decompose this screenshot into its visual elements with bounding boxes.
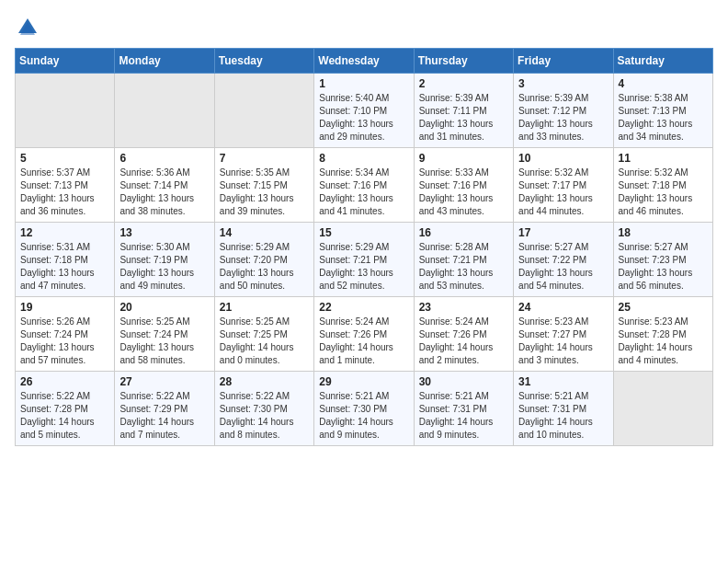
day-number: 24: [518, 301, 608, 314]
day-info: Sunrise: 5:39 AM Sunset: 7:11 PM Dayligh…: [419, 92, 508, 144]
calendar-cell: [115, 74, 214, 148]
day-number: 2: [419, 77, 508, 90]
header-tuesday: Tuesday: [214, 49, 313, 74]
day-number: 4: [619, 77, 708, 90]
header-wednesday: Wednesday: [314, 49, 414, 74]
calendar-cell: 24Sunrise: 5:23 AM Sunset: 7:27 PM Dayli…: [514, 297, 613, 372]
calendar-cell: 11Sunrise: 5:32 AM Sunset: 7:18 PM Dayli…: [613, 148, 712, 223]
calendar-cell: 23Sunrise: 5:24 AM Sunset: 7:26 PM Dayli…: [414, 297, 513, 372]
day-info: Sunrise: 5:26 AM Sunset: 7:24 PM Dayligh…: [20, 316, 109, 367]
day-info: Sunrise: 5:34 AM Sunset: 7:16 PM Dayligh…: [319, 167, 408, 218]
calendar-body: 1Sunrise: 5:40 AM Sunset: 7:10 PM Daylig…: [16, 74, 713, 446]
calendar-cell: 29Sunrise: 5:21 AM Sunset: 7:30 PM Dayli…: [314, 372, 414, 446]
day-info: Sunrise: 5:39 AM Sunset: 7:12 PM Dayligh…: [518, 92, 608, 144]
calendar-cell: 20Sunrise: 5:25 AM Sunset: 7:24 PM Dayli…: [115, 297, 214, 372]
day-info: Sunrise: 5:25 AM Sunset: 7:25 PM Dayligh…: [220, 316, 309, 367]
calendar-header: SundayMondayTuesdayWednesdayThursdayFrid…: [16, 49, 713, 74]
day-info: Sunrise: 5:40 AM Sunset: 7:10 PM Dayligh…: [319, 92, 408, 144]
calendar-cell: 31Sunrise: 5:21 AM Sunset: 7:31 PM Dayli…: [514, 372, 613, 446]
calendar-cell: 3Sunrise: 5:39 AM Sunset: 7:12 PM Daylig…: [514, 74, 613, 148]
logo: [15, 15, 44, 40]
day-number: 3: [518, 77, 608, 90]
day-number: 14: [220, 226, 309, 239]
day-number: 30: [419, 375, 508, 388]
calendar-cell: 7Sunrise: 5:35 AM Sunset: 7:15 PM Daylig…: [214, 148, 313, 223]
day-info: Sunrise: 5:38 AM Sunset: 7:13 PM Dayligh…: [619, 92, 708, 144]
header-sunday: Sunday: [16, 49, 115, 74]
day-info: Sunrise: 5:37 AM Sunset: 7:13 PM Dayligh…: [20, 167, 109, 218]
calendar-cell: 25Sunrise: 5:23 AM Sunset: 7:28 PM Dayli…: [613, 297, 712, 372]
day-info: Sunrise: 5:29 AM Sunset: 7:21 PM Dayligh…: [319, 241, 408, 293]
day-number: 10: [518, 152, 608, 165]
day-info: Sunrise: 5:24 AM Sunset: 7:26 PM Dayligh…: [319, 316, 408, 367]
day-number: 5: [20, 152, 109, 165]
week-row-5: 26Sunrise: 5:22 AM Sunset: 7:28 PM Dayli…: [16, 372, 713, 446]
day-number: 20: [119, 301, 209, 314]
calendar-cell: 18Sunrise: 5:27 AM Sunset: 7:23 PM Dayli…: [613, 223, 712, 297]
day-info: Sunrise: 5:21 AM Sunset: 7:30 PM Dayligh…: [319, 390, 408, 442]
day-info: Sunrise: 5:29 AM Sunset: 7:20 PM Dayligh…: [220, 241, 309, 293]
day-number: 19: [20, 301, 109, 314]
header-saturday: Saturday: [613, 49, 712, 74]
calendar-cell: [214, 74, 313, 148]
day-info: Sunrise: 5:23 AM Sunset: 7:27 PM Dayligh…: [518, 316, 608, 367]
day-number: 13: [119, 226, 209, 239]
day-info: Sunrise: 5:32 AM Sunset: 7:18 PM Dayligh…: [619, 167, 708, 218]
calendar-cell: 9Sunrise: 5:33 AM Sunset: 7:16 PM Daylig…: [414, 148, 513, 223]
day-number: 6: [119, 152, 209, 165]
header-monday: Monday: [115, 49, 214, 74]
day-info: Sunrise: 5:22 AM Sunset: 7:29 PM Dayligh…: [119, 390, 209, 442]
day-info: Sunrise: 5:21 AM Sunset: 7:31 PM Dayligh…: [419, 390, 508, 442]
day-number: 22: [319, 301, 408, 314]
calendar-table: SundayMondayTuesdayWednesdayThursdayFrid…: [15, 48, 713, 446]
week-row-4: 19Sunrise: 5:26 AM Sunset: 7:24 PM Dayli…: [16, 297, 713, 372]
day-number: 27: [119, 375, 209, 388]
calendar-cell: [16, 74, 115, 148]
calendar-cell: 30Sunrise: 5:21 AM Sunset: 7:31 PM Dayli…: [414, 372, 513, 446]
day-info: Sunrise: 5:33 AM Sunset: 7:16 PM Dayligh…: [419, 167, 508, 218]
day-info: Sunrise: 5:24 AM Sunset: 7:26 PM Dayligh…: [419, 316, 508, 367]
calendar-cell: 6Sunrise: 5:36 AM Sunset: 7:14 PM Daylig…: [115, 148, 214, 223]
calendar-cell: 5Sunrise: 5:37 AM Sunset: 7:13 PM Daylig…: [16, 148, 115, 223]
calendar-cell: 10Sunrise: 5:32 AM Sunset: 7:17 PM Dayli…: [514, 148, 613, 223]
day-number: 26: [20, 375, 109, 388]
calendar-cell: 8Sunrise: 5:34 AM Sunset: 7:16 PM Daylig…: [314, 148, 414, 223]
day-number: 9: [419, 152, 508, 165]
header-thursday: Thursday: [414, 49, 513, 74]
header-row: SundayMondayTuesdayWednesdayThursdayFrid…: [16, 49, 713, 74]
day-number: 1: [319, 77, 408, 90]
calendar-cell: 15Sunrise: 5:29 AM Sunset: 7:21 PM Dayli…: [314, 223, 414, 297]
calendar-cell: 28Sunrise: 5:22 AM Sunset: 7:30 PM Dayli…: [214, 372, 313, 446]
day-number: 21: [220, 301, 309, 314]
day-info: Sunrise: 5:28 AM Sunset: 7:21 PM Dayligh…: [419, 241, 508, 293]
week-row-2: 5Sunrise: 5:37 AM Sunset: 7:13 PM Daylig…: [16, 148, 713, 223]
day-info: Sunrise: 5:31 AM Sunset: 7:18 PM Dayligh…: [20, 241, 109, 293]
day-number: 16: [419, 226, 508, 239]
logo-icon: [15, 15, 40, 40]
day-info: Sunrise: 5:25 AM Sunset: 7:24 PM Dayligh…: [119, 316, 209, 367]
calendar-cell: 2Sunrise: 5:39 AM Sunset: 7:11 PM Daylig…: [414, 74, 513, 148]
calendar-cell: 16Sunrise: 5:28 AM Sunset: 7:21 PM Dayli…: [414, 223, 513, 297]
calendar-cell: 22Sunrise: 5:24 AM Sunset: 7:26 PM Dayli…: [314, 297, 414, 372]
day-number: 25: [619, 301, 708, 314]
calendar-cell: 13Sunrise: 5:30 AM Sunset: 7:19 PM Dayli…: [115, 223, 214, 297]
day-number: 31: [518, 375, 608, 388]
day-number: 28: [220, 375, 309, 388]
day-info: Sunrise: 5:22 AM Sunset: 7:28 PM Dayligh…: [20, 390, 109, 442]
day-number: 12: [20, 226, 109, 239]
calendar-cell: 19Sunrise: 5:26 AM Sunset: 7:24 PM Dayli…: [16, 297, 115, 372]
week-row-1: 1Sunrise: 5:40 AM Sunset: 7:10 PM Daylig…: [16, 74, 713, 148]
day-number: 23: [419, 301, 508, 314]
calendar-cell: 17Sunrise: 5:27 AM Sunset: 7:22 PM Dayli…: [514, 223, 613, 297]
day-info: Sunrise: 5:23 AM Sunset: 7:28 PM Dayligh…: [619, 316, 708, 367]
day-number: 8: [319, 152, 408, 165]
day-info: Sunrise: 5:27 AM Sunset: 7:22 PM Dayligh…: [518, 241, 608, 293]
day-number: 7: [220, 152, 309, 165]
header-friday: Friday: [514, 49, 613, 74]
calendar-cell: 26Sunrise: 5:22 AM Sunset: 7:28 PM Dayli…: [16, 372, 115, 446]
day-info: Sunrise: 5:27 AM Sunset: 7:23 PM Dayligh…: [619, 241, 708, 293]
calendar-cell: 14Sunrise: 5:29 AM Sunset: 7:20 PM Dayli…: [214, 223, 313, 297]
page-header: [15, 15, 713, 40]
day-number: 15: [319, 226, 408, 239]
calendar-cell: 27Sunrise: 5:22 AM Sunset: 7:29 PM Dayli…: [115, 372, 214, 446]
